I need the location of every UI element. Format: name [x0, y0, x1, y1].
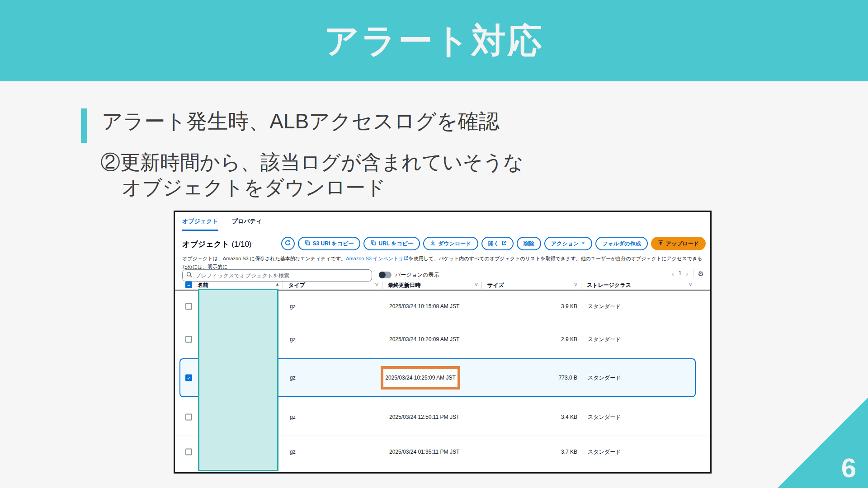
show-versions-toggle[interactable]: バージョンの表示: [379, 271, 439, 279]
delete-button[interactable]: 削除: [517, 237, 541, 250]
row-checkbox[interactable]: [185, 336, 192, 343]
cell-storage-class: スタンダード: [588, 302, 621, 310]
button-label: ダウンロード: [438, 240, 471, 248]
copy-icon: [370, 240, 376, 247]
search-icon: [186, 272, 193, 279]
tab-objects[interactable]: オブジェクト: [182, 217, 218, 231]
tab-properties[interactable]: プロパティ: [232, 217, 262, 231]
s3-console-screenshot: オブジェクト プロパティ オブジェクト (1/10) S3 URI をコピーUR…: [174, 211, 712, 474]
actions-button[interactable]: アクション: [544, 237, 592, 250]
filter-caret-icon[interactable]: ▽: [475, 282, 478, 286]
select-all-checkbox[interactable]: −: [185, 282, 192, 288]
object-toolbar: S3 URI をコピーURL をコピーダウンロード開く削除アクションフォルダの作…: [281, 237, 706, 250]
cell-type: gz: [290, 303, 296, 310]
copy-icon: [305, 240, 311, 247]
row-checkbox[interactable]: ✓: [185, 375, 192, 381]
slide-subline-2: オブジェクトをダウンロード: [122, 174, 386, 201]
column-header-size[interactable]: サイズ: [487, 282, 504, 289]
cell-modified: 2025/03/24 12:50:11 PM JST: [389, 414, 459, 420]
next-page-button[interactable]: ›: [686, 270, 689, 277]
cell-modified: 2025/03/24 10:15:08 AM JST: [389, 303, 459, 310]
cell-type: gz: [290, 375, 296, 381]
copy-url-button[interactable]: URL をコピー: [363, 237, 420, 250]
preferences-gear-icon[interactable]: ⚙: [698, 270, 704, 277]
cell-storage-class: スタンダード: [588, 374, 621, 382]
column-header-storage-class[interactable]: ストレージクラス: [587, 282, 631, 289]
button-label: URL をコピー: [378, 240, 413, 248]
tabs-divider: [175, 232, 710, 232]
cell-size: 2.9 KB: [491, 336, 577, 343]
name-column-redaction: [198, 289, 278, 471]
download-button[interactable]: ダウンロード: [423, 237, 478, 250]
cell-storage-class: スタンダード: [588, 448, 621, 456]
header-separator: [481, 282, 482, 289]
show-versions-label: バージョンの表示: [395, 271, 439, 279]
button-label: アクション: [551, 240, 579, 248]
slide-subline-1: ②更新時間から、該当ログが含まれていそうな: [100, 149, 524, 176]
cell-size: 773.0 B: [491, 375, 577, 381]
heading-accent-bar: [81, 108, 87, 143]
button-label: フォルダの作成: [602, 240, 641, 248]
s3-inventory-link[interactable]: Amazon S3 インベントリ: [346, 256, 403, 261]
header-separator: [581, 282, 581, 289]
filter-caret-icon[interactable]: ▽: [574, 282, 577, 286]
cell-modified: 2025/03/24 10:25:09 AM JST: [385, 375, 455, 381]
prev-page-button[interactable]: ‹: [672, 270, 674, 277]
page-number: 6: [841, 452, 856, 483]
cell-storage-class: スタンダード: [588, 336, 621, 343]
open-button[interactable]: 開く: [481, 237, 514, 250]
row-checkbox[interactable]: [185, 449, 192, 455]
cell-type: gz: [290, 449, 296, 455]
column-header-modified[interactable]: 最終更新日時: [388, 282, 420, 289]
filter-caret-icon[interactable]: ▽: [689, 282, 692, 286]
slide-title-bar: アラート対応: [0, 0, 868, 81]
row-checkbox[interactable]: [185, 413, 192, 420]
annotation-box: 2025/03/24 10:25:09 AM JST: [381, 366, 460, 389]
sort-ascending-icon[interactable]: ▲: [275, 282, 279, 286]
upload-button[interactable]: アップロード: [651, 237, 706, 250]
pagination: ‹ 1 › ⚙: [672, 269, 704, 277]
refresh-icon: [284, 239, 291, 248]
cell-storage-class: スタンダード: [588, 413, 621, 421]
current-page[interactable]: 1: [679, 270, 682, 277]
panel-title-text: オブジェクト: [182, 240, 229, 249]
header-separator: [195, 282, 195, 289]
column-header-name[interactable]: 名前: [198, 282, 208, 289]
copy-s3-uri-button[interactable]: S3 URI をコピー: [298, 237, 361, 250]
search-input[interactable]: [195, 272, 368, 279]
button-label: アップロード: [666, 240, 699, 248]
row-checkbox[interactable]: [185, 303, 192, 310]
tab-bar: オブジェクト プロパティ: [182, 217, 262, 231]
cell-size: 3.9 KB: [491, 303, 577, 310]
create-folder-button[interactable]: フォルダの作成: [595, 237, 647, 250]
pager-divider: [693, 269, 693, 277]
cell-size: 3.4 KB: [491, 414, 577, 420]
cell-type: gz: [290, 336, 296, 343]
cell-modified: 2025/03/24 01:35:11 PM JST: [389, 449, 459, 455]
description-text: オブジェクトは、Amazon S3 に保存された基本的なエンティティです。: [182, 256, 346, 261]
filter-caret-icon[interactable]: ▽: [375, 282, 378, 286]
header-separator: [283, 282, 283, 289]
button-label: 削除: [524, 240, 534, 248]
cell-modified: 2025/03/24 10:20:09 AM JST: [389, 336, 459, 343]
panel-title: オブジェクト (1/10): [182, 239, 252, 249]
upload-icon: [658, 240, 664, 247]
cell-size: 3.7 KB: [491, 449, 577, 455]
slide-heading: アラート発生時、ALBアクセスログを確認: [102, 108, 500, 136]
cell-type: gz: [290, 414, 296, 420]
external-icon: [501, 240, 507, 247]
toggle-switch-icon[interactable]: [379, 272, 392, 278]
download-icon: [430, 240, 436, 247]
button-label: 開く: [488, 240, 499, 248]
column-header-type[interactable]: タイプ: [288, 282, 305, 289]
caret-icon: [581, 240, 585, 247]
slide-title: アラート対応: [0, 0, 868, 81]
button-label: S3 URI をコピー: [313, 240, 354, 248]
header-separator: [382, 282, 382, 289]
external-link-icon: [404, 255, 409, 263]
panel-count: (1/10): [231, 240, 251, 249]
refresh-button[interactable]: [281, 237, 295, 250]
